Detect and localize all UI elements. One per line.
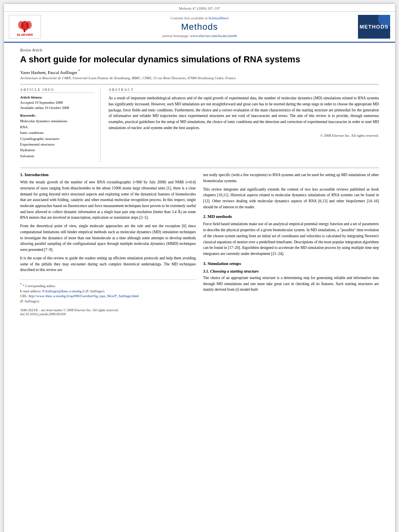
svg-point-2	[18, 21, 24, 29]
sciencedirect-link[interactable]: ScienceDirect	[208, 16, 228, 20]
body-right-col: not really specific (with a few exceptio…	[203, 172, 379, 316]
elsevier-logo: ELSEVIER	[9, 15, 41, 39]
md-methods-heading: 2. MD methods	[203, 214, 379, 219]
email-link[interactable]: P.Auffinger@ibmc.u-strasbg.fr	[42, 289, 84, 293]
journal-citation: Methods 47 (2009) 187–197	[179, 6, 220, 10]
elsevier-label: ELSEVIER	[17, 33, 33, 37]
article-info-label: ARTICLE INFO	[20, 88, 95, 93]
email-line: E-mail address: P.Auffinger@ibmc.u-stras…	[20, 289, 196, 294]
intro-heading: 1. Introduction	[20, 172, 196, 177]
keyword-list: Molecular dynamics simulations RNA Ionic…	[20, 118, 95, 159]
keywords-title: Keywords:	[20, 113, 95, 117]
intro-para-1: With the steady growth of the number of …	[20, 179, 196, 221]
affiliation: Architecture et Réactivité de l'ARN, Uni…	[20, 76, 379, 80]
journal-name: Methods	[181, 22, 218, 32]
divider2	[20, 168, 379, 168]
md-methods-para: Force field based simulations make use o…	[203, 221, 379, 257]
journal-citation-bar: Methods 47 (2009) 187–197	[4, 4, 395, 12]
contents-label: Contents lists available at ScienceDirec…	[171, 16, 229, 20]
sim-subheading: 3.1. Choosing a starting structure	[203, 269, 379, 273]
issn-text: 1046-2023/$ – see front matter © 2008 El…	[20, 308, 119, 312]
authors: Yaser Hashem, Pascal Auffinger *	[20, 69, 379, 75]
page: Methods 47 (2009) 187–197 ELSEVIER Conte…	[4, 4, 395, 532]
intro-para-3: It is the scope of this review to guide …	[20, 255, 196, 273]
abstract-text: As a result of important methodological …	[109, 95, 379, 131]
right-intro-para-2: This review integrates and significantly…	[203, 187, 379, 210]
corresponding-note: * * Corresponding author.	[20, 282, 196, 289]
url-line: URL: http://www-ibmc.u-strasbg.fr/upr900…	[20, 294, 196, 299]
homepage-link[interactable]: www.elsevier.com/locate/ymeth	[190, 34, 237, 38]
journal-header: ELSEVIER Contents lists available at Sci…	[4, 12, 395, 43]
homepage-line: journal homepage: www.elsevier.com/locat…	[162, 34, 237, 38]
body-columns: 1. Introduction With the steady growth o…	[20, 172, 379, 316]
footer-bottom: 1046-2023/$ – see front matter © 2008 El…	[20, 308, 196, 312]
abstract-label: ABSTRACT	[109, 88, 379, 93]
journal-center-info: Contents lists available at ScienceDirec…	[44, 15, 355, 39]
methods-logo: METHODS	[358, 15, 390, 39]
sim-setups-para: The choice of an appropriate starting st…	[203, 275, 379, 293]
doi-line: doi:10.1016/j.ymeth.2008.09.020	[20, 312, 196, 316]
intro-para-2: From the theoretical point of view, sing…	[20, 223, 196, 253]
keywords-section: Keywords: Molecular dynamics simulations…	[20, 113, 95, 159]
article-meta-section: ARTICLE INFO Article history: Accepted 1…	[20, 88, 379, 162]
article-type-label: Review Article	[20, 48, 379, 52]
sim-setups-heading: 3. Simulation setups	[203, 261, 379, 266]
right-intro-para-1: not really specific (with a few exceptio…	[203, 172, 379, 184]
svg-point-3	[26, 21, 32, 29]
url-link[interactable]: http://www-ibmc.u-strasbg.fr/upr9002/wes…	[29, 294, 139, 298]
history-text: Accepted 19 September 2008 Available onl…	[20, 100, 95, 110]
abstract-column: ABSTRACT As a result of important method…	[109, 88, 379, 162]
divider	[20, 84, 379, 84]
article-history: Article history: Accepted 19 September 2…	[20, 95, 95, 110]
article-title: A short guide for molecular dynamics sim…	[20, 54, 379, 66]
corresponding-asterisk: *	[77, 69, 80, 73]
elsevier-tree-icon	[15, 17, 35, 33]
copyright-line: © 2008 Elsevier Inc. All rights reserved…	[109, 134, 379, 138]
footnote-star: *	[20, 283, 22, 286]
article-content: Review Article A short guide for molecul…	[4, 43, 395, 322]
footnotes-section: * * Corresponding author. E-mail address…	[20, 279, 196, 304]
url-suffix-line: (P. Auffinger).	[20, 299, 196, 304]
history-title: Article history:	[20, 95, 95, 99]
article-info-column: ARTICLE INFO Article history: Accepted 1…	[20, 88, 101, 162]
body-left-col: 1. Introduction With the steady growth o…	[20, 172, 196, 316]
